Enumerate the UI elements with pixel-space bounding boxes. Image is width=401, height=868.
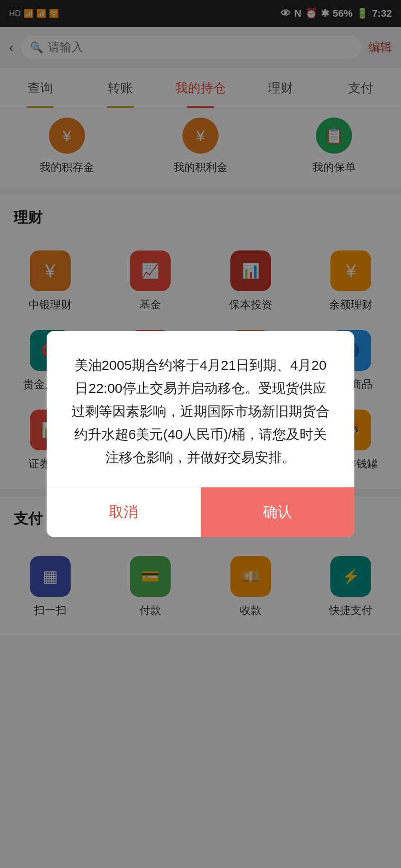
dialog-message: 美油2005期合约将于4月21日到期、4月20日22:00停止交易并启动移仓。受… [72, 358, 329, 465]
dialog-overlay: 美油2005期合约将于4月21日到期、4月20日22:00停止交易并启动移仓。受… [0, 0, 401, 868]
alert-dialog: 美油2005期合约将于4月21日到期、4月20日22:00停止交易并启动移仓。受… [47, 331, 354, 537]
cancel-button[interactable]: 取消 [47, 487, 201, 537]
dialog-actions: 取消 确认 [47, 487, 354, 537]
confirm-button[interactable]: 确认 [201, 487, 355, 537]
dialog-body: 美油2005期合约将于4月21日到期、4月20日22:00停止交易并启动移仓。受… [47, 331, 354, 487]
